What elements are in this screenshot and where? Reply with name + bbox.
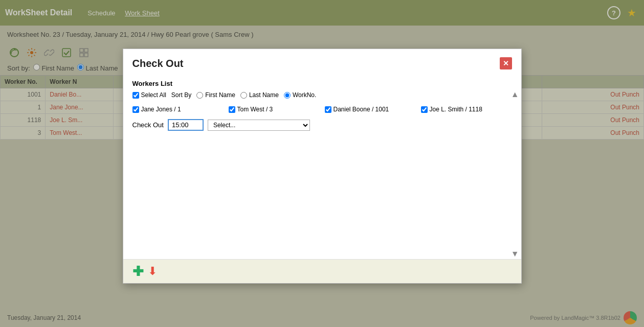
worker-checkbox-2[interactable] <box>325 106 331 113</box>
sort-firstname-radio[interactable] <box>196 92 203 99</box>
modal-footer: ✚ ⬇ <box>123 259 521 283</box>
sort-by-text: Sort By <box>171 91 191 99</box>
worker-checkbox-1[interactable] <box>229 106 235 113</box>
sort-row: Select All Sort By First Name Last Name … <box>132 91 512 99</box>
sort-lastname-radio[interactable] <box>240 92 247 99</box>
sort-lastname-option: Last Name <box>249 91 279 99</box>
sort-firstname-option: First Name <box>205 91 235 99</box>
modal-body: Workers List Select All Sort By First Na… <box>123 75 521 259</box>
sort-workno-label[interactable]: WorkNo. <box>284 91 316 99</box>
sort-firstname-label[interactable]: First Name <box>196 91 235 99</box>
workers-list-title: Workers List <box>132 80 512 87</box>
worker-check-2[interactable]: Daniel Boone / 1001 <box>325 106 416 113</box>
sort-lastname-label[interactable]: Last Name <box>240 91 279 99</box>
worker-check-1[interactable]: Tom West / 3 <box>229 106 320 113</box>
worker-checkbox-3[interactable] <box>421 106 428 113</box>
modal-title: Check Out <box>132 58 184 69</box>
checkout-row: Check Out Select... Option 1 Option 2 <box>132 119 512 131</box>
worker-label-2: Daniel Boone / 1001 <box>334 106 389 113</box>
worker-label-0: Jane Jones / 1 <box>141 106 181 113</box>
modal-header: Check Out ✕ <box>123 49 521 75</box>
worker-label-1: Tom West / 3 <box>237 106 273 113</box>
checkout-modal: ▲ Check Out ✕ Workers List Select All So… <box>123 49 522 284</box>
modal-overlay: ▲ Check Out ✕ Workers List Select All So… <box>0 0 644 327</box>
scroll-down-btn[interactable]: ▼ <box>511 249 519 259</box>
worker-check-3[interactable]: Joe L. Smith / 1118 <box>421 106 512 113</box>
checkout-select[interactable]: Select... Option 1 Option 2 <box>208 120 310 131</box>
checkout-label: Check Out <box>132 121 164 129</box>
sort-workno-option: WorkNo. <box>293 91 316 99</box>
select-all-label[interactable]: Select All <box>132 91 166 99</box>
checkout-time-input[interactable] <box>168 119 204 131</box>
add-button[interactable]: ✚ <box>132 265 144 278</box>
select-all-text: Select All <box>141 91 166 99</box>
worker-check-0[interactable]: Jane Jones / 1 <box>132 106 224 113</box>
worker-checkbox-0[interactable] <box>132 106 139 113</box>
save-down-button[interactable]: ⬇ <box>148 265 157 278</box>
sort-workno-radio[interactable] <box>284 92 291 99</box>
workers-grid: Jane Jones / 1 Tom West / 3 Daniel Boone… <box>132 106 512 113</box>
modal-close-button[interactable]: ✕ <box>500 57 512 69</box>
scroll-up-btn[interactable]: ▲ <box>511 90 519 99</box>
select-all-checkbox[interactable] <box>132 92 139 99</box>
worker-label-3: Joe L. Smith / 1118 <box>430 106 482 113</box>
